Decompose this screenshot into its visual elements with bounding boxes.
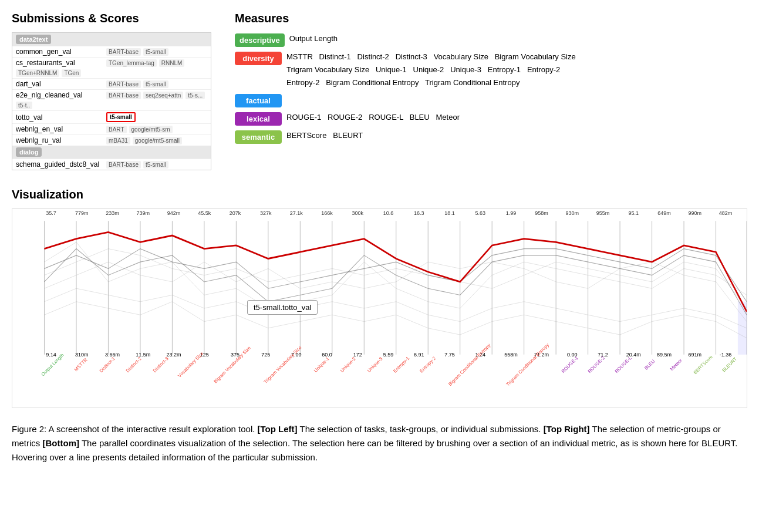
- caption-top-right-label: [Top Right]: [544, 424, 590, 434]
- measure-row-diversity: diversity MSTTR Distinct-1 Distinct-2 Di…: [235, 50, 747, 89]
- measure-row-lexical: lexical ROUGE-1 ROUGE-2 ROUGE-L BLEU Met…: [235, 111, 747, 126]
- caption-bottom-label: [Bottom]: [43, 438, 79, 448]
- table-row[interactable]: webnlg_ru_val mBA31 google/mt5-small: [12, 134, 211, 146]
- badge-descriptive[interactable]: descriptive: [235, 33, 285, 47]
- measures-title: Measures: [235, 12, 747, 25]
- table-row[interactable]: webnlg_en_val BART google/mt5-sm: [12, 123, 211, 134]
- viz-tooltip: t5-small.totto_val: [247, 300, 318, 315]
- caption-top-left-text: The selection of tasks, task-groups, or …: [300, 424, 544, 434]
- visualization-section: Visualization 35.7 779m 233m 739m 942m 4…: [12, 188, 747, 408]
- metrics-semantic: BERTScore BLEURT: [286, 129, 747, 142]
- measure-row-descriptive: descriptive Output Length: [235, 32, 747, 47]
- table-row[interactable]: dart_val BART-base t5-small: [12, 78, 211, 89]
- measure-row-semantic: semantic BERTScore BLEURT: [235, 129, 747, 144]
- table-row[interactable]: common_gen_val BART-base t5-small: [12, 46, 211, 57]
- badge-diversity[interactable]: diversity: [235, 52, 282, 65]
- table-row[interactable]: cs_restaurants_val TGen_lemma-tag RNNLM …: [12, 57, 211, 78]
- group-label-dialog[interactable]: dialog: [16, 147, 42, 157]
- caption-intro: A screenshot of the interactive result e…: [49, 424, 258, 434]
- viz-top-labels: 35.7 779m 233m 739m 942m 45.5k 207k 327k…: [36, 210, 741, 216]
- measures-grid: descriptive Output Length diversity MSTT…: [235, 32, 747, 144]
- submissions-table: data2text common_gen_val BART-base t5-sm…: [12, 32, 211, 170]
- submissions-title: Submissions & Scores: [12, 12, 211, 25]
- figure-number: Figure 2:: [12, 424, 46, 434]
- measure-row-factual: factual: [235, 93, 747, 107]
- table-row[interactable]: totto_val t5-small: [12, 110, 211, 123]
- metrics-descriptive: Output Length: [289, 32, 747, 45]
- viz-axis-labels: Output Length MSTTR Distinct-1 Distinct-…: [36, 361, 741, 408]
- measures-panel: Measures descriptive Output Length diver…: [235, 12, 747, 170]
- badge-lexical[interactable]: lexical: [235, 112, 282, 126]
- group-label-data2text[interactable]: data2text: [16, 35, 51, 44]
- visualization-title: Visualization: [12, 188, 747, 201]
- viz-container[interactable]: 35.7 779m 233m 739m 942m 45.5k 207k 327k…: [12, 208, 747, 408]
- table-row[interactable]: e2e_nlg_cleaned_val BART-base seq2seq+at…: [12, 89, 211, 110]
- badge-semantic[interactable]: semantic: [235, 130, 282, 144]
- group-data2text: data2text: [12, 33, 211, 46]
- submissions-panel: Submissions & Scores data2text common_ge…: [12, 12, 211, 170]
- caption-top-left-label: [Top Left]: [258, 424, 298, 434]
- figure-caption: Figure 2: A screenshot of the interactiv…: [12, 422, 747, 464]
- caption-bottom-text: The parallel coordinates visualization o…: [12, 438, 737, 462]
- metrics-lexical: ROUGE-1 ROUGE-2 ROUGE-L BLEU Meteor: [286, 111, 747, 124]
- group-dialog: dialog: [12, 146, 211, 159]
- table-row[interactable]: schema_guided_dstc8_val BART-base t5-sma…: [12, 159, 211, 170]
- badge-factual[interactable]: factual: [235, 94, 282, 107]
- metrics-diversity: MSTTR Distinct-1 Distinct-2 Distinct-3 V…: [286, 50, 747, 89]
